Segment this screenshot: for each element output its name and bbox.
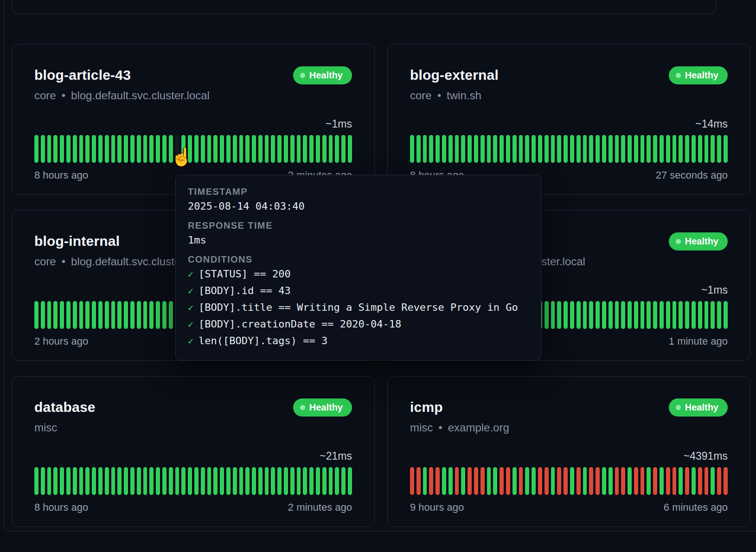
health-bar[interactable] <box>316 467 320 495</box>
health-bar[interactable] <box>589 467 593 495</box>
endpoint-card-blog-external[interactable]: blog-external Healthy core • twin.sh ~14… <box>387 44 750 195</box>
health-bar[interactable] <box>455 467 459 495</box>
health-bar[interactable] <box>162 135 167 163</box>
health-bar[interactable] <box>685 135 689 163</box>
health-bar[interactable] <box>98 135 103 163</box>
health-bar[interactable] <box>162 301 167 329</box>
health-bar[interactable] <box>271 135 275 163</box>
health-bar[interactable] <box>297 135 301 163</box>
health-bar[interactable] <box>557 301 561 329</box>
endpoint-card-blog-article-43[interactable]: blog-article-43 Healthy core • blog.defa… <box>12 44 375 195</box>
health-bar[interactable] <box>583 301 587 329</box>
health-bar[interactable] <box>60 467 64 495</box>
health-bar[interactable] <box>143 135 147 163</box>
health-bar[interactable] <box>79 467 83 495</box>
health-bar[interactable] <box>583 135 587 163</box>
health-bar[interactable] <box>111 301 115 329</box>
health-bar[interactable] <box>92 301 96 329</box>
health-bar[interactable] <box>92 467 96 495</box>
health-bar[interactable] <box>105 135 109 163</box>
health-bar[interactable] <box>245 467 250 495</box>
health-bar[interactable] <box>570 135 574 163</box>
health-bar[interactable] <box>143 301 147 329</box>
health-bar[interactable] <box>98 467 103 495</box>
health-bar[interactable] <box>551 135 555 163</box>
health-bar[interactable] <box>551 467 555 495</box>
health-bar[interactable] <box>73 301 77 329</box>
health-bar[interactable] <box>316 135 320 163</box>
health-bar[interactable] <box>615 301 619 329</box>
health-bar[interactable] <box>513 467 517 495</box>
health-bar[interactable] <box>461 135 465 163</box>
health-bar[interactable] <box>628 301 632 329</box>
health-bar[interactable] <box>429 135 433 163</box>
health-bar[interactable] <box>525 135 529 163</box>
health-bar[interactable] <box>666 135 670 163</box>
health-bar[interactable] <box>717 301 721 329</box>
health-bar[interactable] <box>666 467 670 495</box>
health-bar[interactable] <box>233 467 237 495</box>
health-bar[interactable] <box>105 301 109 329</box>
health-bar[interactable] <box>117 135 122 163</box>
health-bar[interactable] <box>519 135 523 163</box>
health-bar[interactable] <box>34 301 38 329</box>
health-bar[interactable] <box>698 135 702 163</box>
health-bar[interactable] <box>448 135 453 163</box>
health-bar[interactable] <box>111 135 115 163</box>
health-bar[interactable] <box>698 467 702 495</box>
health-bar[interactable] <box>252 467 256 495</box>
health-bar[interactable] <box>647 467 651 495</box>
health-bar[interactable] <box>692 135 696 163</box>
health-bar[interactable] <box>213 467 218 495</box>
health-bar[interactable] <box>660 301 664 329</box>
health-bar[interactable] <box>169 135 173 163</box>
health-bar[interactable] <box>442 467 446 495</box>
health-bar[interactable] <box>609 467 613 495</box>
health-bar[interactable] <box>577 467 581 495</box>
health-bar[interactable] <box>137 467 141 495</box>
health-bar[interactable] <box>647 301 651 329</box>
health-bar[interactable] <box>341 467 346 495</box>
health-bar[interactable] <box>252 135 256 163</box>
health-bar[interactable] <box>724 467 728 495</box>
health-bar[interactable] <box>416 135 421 163</box>
health-bar[interactable] <box>258 135 263 163</box>
health-bar[interactable] <box>277 467 282 495</box>
health-bar[interactable] <box>621 135 625 163</box>
health-bar[interactable] <box>711 301 715 329</box>
health-bar[interactable] <box>335 135 339 163</box>
health-bar[interactable] <box>577 135 581 163</box>
health-bar[interactable] <box>660 135 664 163</box>
health-bar[interactable] <box>309 135 314 163</box>
health-bar[interactable] <box>615 135 619 163</box>
health-bar[interactable] <box>85 301 90 329</box>
health-bar[interactable] <box>442 135 446 163</box>
health-bar[interactable] <box>545 135 549 163</box>
health-bar[interactable] <box>698 301 702 329</box>
health-bar[interactable] <box>410 135 414 163</box>
health-bar[interactable] <box>487 467 491 495</box>
health-bar[interactable] <box>149 467 154 495</box>
health-bar[interactable] <box>621 301 625 329</box>
health-bar[interactable] <box>156 467 160 495</box>
health-bar[interactable] <box>329 467 333 495</box>
health-bar[interactable] <box>474 467 478 495</box>
health-bar[interactable] <box>436 135 440 163</box>
health-bar[interactable] <box>532 467 536 495</box>
health-bar[interactable] <box>666 301 670 329</box>
health-bar[interactable] <box>169 467 173 495</box>
health-bar[interactable] <box>175 467 179 495</box>
health-bar[interactable] <box>60 301 64 329</box>
health-bar[interactable] <box>653 467 657 495</box>
health-bar[interactable] <box>570 301 574 329</box>
health-bar[interactable] <box>175 135 179 163</box>
health-bar[interactable] <box>557 467 561 495</box>
health-bar[interactable] <box>519 467 523 495</box>
health-bar[interactable] <box>265 467 269 495</box>
health-bar[interactable] <box>641 135 645 163</box>
health-bar[interactable] <box>47 135 51 163</box>
health-bar[interactable] <box>201 467 205 495</box>
health-bar[interactable] <box>570 467 574 495</box>
health-bar[interactable] <box>348 467 352 495</box>
health-bar[interactable] <box>194 467 199 495</box>
